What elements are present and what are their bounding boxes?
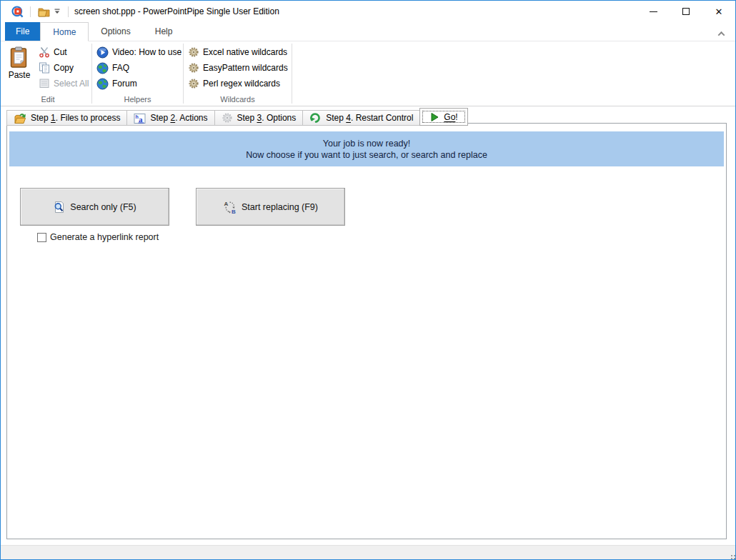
start-replacing-button[interactable]: A B Start replacing (F9) — [196, 188, 345, 226]
easypattern-wildcards-button[interactable]: EasyPattern wildcards — [188, 60, 288, 76]
status-banner: Your job is now ready! Now choose if you… — [9, 131, 724, 166]
tab-go[interactable]: Go! — [419, 108, 467, 126]
tab-step3-options[interactable]: Step 3. Options — [214, 110, 303, 126]
gear-icon — [188, 62, 199, 74]
excel-native-wildcards-label: Excel native wildcards — [203, 47, 287, 57]
paste-label: Paste — [9, 70, 31, 80]
tab-label: Step 2. Actions — [150, 113, 207, 123]
go-tab-panel: Your job is now ready! Now choose if you… — [6, 123, 727, 539]
clipboard-paste-icon — [10, 46, 29, 69]
forum-label: Forum — [112, 79, 137, 89]
globe-icon — [96, 78, 109, 90]
statusbar — [1, 545, 735, 559]
ribbon-group-edit: Paste Cut — [4, 41, 91, 106]
copy-icon — [39, 62, 50, 74]
titlebar-separator — [30, 6, 31, 17]
svg-text:B: B — [232, 209, 236, 214]
restart-arrow-icon — [309, 112, 322, 124]
titlebar: screen shot.ppp - PowerPointPipe Single … — [1, 1, 735, 22]
maximize-icon — [682, 8, 690, 15]
video-play-icon — [96, 46, 109, 59]
tab-step2-actions[interactable]: h a Step 2. Actions — [126, 110, 214, 126]
select-all-icon — [39, 78, 50, 89]
resize-grip[interactable] — [731, 555, 732, 556]
tab-label: Go! — [444, 112, 457, 122]
hyperlink-report-option[interactable]: Generate a hyperlink report — [37, 232, 159, 242]
forum-button[interactable]: Forum — [96, 76, 137, 91]
step-tabs: Step 1. Files to process h a Step 2. Act… — [6, 108, 468, 126]
titlebar-separator — [68, 6, 69, 17]
cut-button[interactable]: Cut — [39, 44, 89, 60]
tab-label: Step 3. Options — [237, 113, 297, 123]
app-icon — [10, 4, 24, 19]
excel-native-wildcards-button[interactable]: Excel native wildcards — [188, 44, 287, 60]
gear-icon — [188, 78, 199, 89]
video-how-to-use-button[interactable]: Video: How to use — [96, 44, 181, 60]
faq-label: FAQ — [112, 63, 129, 73]
ribbon-group-wildcards: Excel native wildcards EasyPattern wildc… — [184, 41, 292, 106]
svg-text:A: A — [224, 201, 229, 207]
group-label-edit: Edit — [4, 95, 91, 104]
app-window: screen shot.ppp - PowerPointPipe Single … — [0, 0, 736, 560]
window-title: screen shot.ppp - PowerPointPipe Single … — [74, 6, 279, 16]
copy-label: Copy — [54, 63, 74, 73]
tab-step4-restart-control[interactable]: Step 4. Restart Control — [302, 110, 419, 126]
gear-icon — [188, 46, 199, 58]
toolbar-options-dropdown-icon[interactable] — [52, 4, 62, 19]
copy-button[interactable]: Copy — [39, 60, 89, 76]
cut-label: Cut — [54, 47, 67, 57]
collapse-ribbon-button[interactable] — [715, 28, 727, 39]
faq-button[interactable]: FAQ — [96, 60, 129, 76]
tab-label: Step 1. Files to process — [31, 113, 120, 123]
banner-line2: Now choose if you want to just search, o… — [246, 149, 487, 161]
folder-open-icon — [38, 6, 50, 17]
close-icon: ✕ — [715, 7, 723, 16]
easypattern-wildcards-label: EasyPattern wildcards — [203, 63, 288, 73]
rename-actions-icon: h a — [134, 112, 146, 124]
group-label-wildcards: Wildcards — [184, 95, 292, 104]
minimize-button[interactable] — [637, 1, 670, 22]
open-folder-arrow-icon — [14, 112, 26, 124]
close-button[interactable]: ✕ — [702, 1, 735, 22]
maximize-button[interactable] — [670, 1, 702, 22]
search-document-icon — [53, 201, 66, 214]
window-controls: ✕ — [637, 1, 735, 22]
hyperlink-report-label: Generate a hyperlink report — [50, 232, 159, 242]
search-only-button[interactable]: Search only (F5) — [20, 188, 169, 226]
perl-regex-wildcards-button[interactable]: Perl regex wildcards — [188, 76, 280, 91]
go-play-icon — [429, 112, 439, 122]
tab-file[interactable]: File — [5, 22, 40, 41]
video-label: Video: How to use — [112, 47, 181, 57]
replace-ab-icon: A B — [223, 200, 237, 214]
chevron-up-icon — [717, 31, 725, 38]
scissors-icon — [39, 46, 50, 58]
ribbon-group-helpers: Video: How to use FAQ — [92, 41, 183, 106]
tab-step1-files-to-process[interactable]: Step 1. Files to process — [6, 110, 126, 126]
tab-help[interactable]: Help — [143, 22, 185, 41]
quick-open-button[interactable] — [36, 4, 51, 19]
globe-icon — [96, 62, 109, 74]
minimize-icon — [650, 11, 657, 12]
ribbon-group-separator — [292, 44, 292, 104]
start-replacing-label: Start replacing (F9) — [242, 202, 318, 212]
tab-home[interactable]: Home — [40, 22, 89, 41]
tab-label: Step 4. Restart Control — [326, 113, 413, 123]
tab-options[interactable]: Options — [89, 22, 142, 41]
search-only-label: Search only (F5) — [70, 202, 136, 212]
checkbox-unchecked-icon[interactable] — [37, 233, 46, 242]
select-all-label: Select All — [54, 79, 89, 89]
banner-line1: Your job is now ready! — [323, 138, 411, 149]
group-label-helpers: Helpers — [92, 95, 183, 104]
perl-regex-wildcards-label: Perl regex wildcards — [203, 79, 280, 89]
ribbon: Paste Cut — [1, 41, 735, 106]
select-all-button: Select All — [39, 76, 89, 91]
svg-text:a: a — [139, 115, 143, 124]
ribbon-tab-bar: File Home Options Help — [1, 22, 735, 41]
gear-icon — [222, 112, 233, 124]
